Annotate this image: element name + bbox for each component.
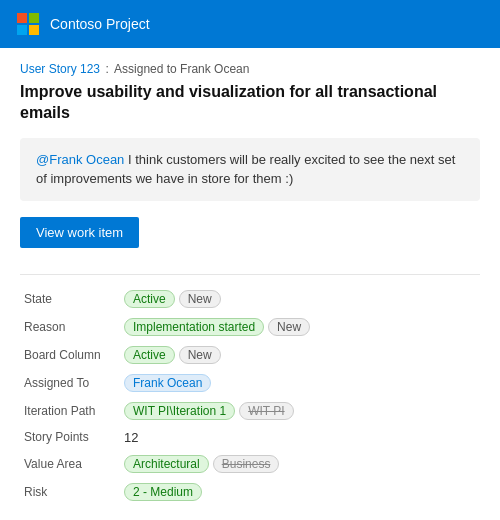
table-row: Board ColumnActiveNew xyxy=(20,341,480,369)
breadcrumb-assigned: Assigned to Frank Ocean xyxy=(114,62,249,76)
divider xyxy=(20,274,480,275)
table-row: ReasonImplementation startedNew xyxy=(20,313,480,341)
tag-badge: Frank Ocean xyxy=(124,374,211,392)
breadcrumb: User Story 123 : Assigned to Frank Ocean xyxy=(20,62,480,76)
field-label: Reason xyxy=(20,313,120,341)
tag-badge: 12 xyxy=(124,430,138,445)
tag-badge: Active xyxy=(124,290,175,308)
table-row: Value AreaArchitecturalBusiness xyxy=(20,450,480,478)
tag-badge: Architectural xyxy=(124,455,209,473)
story-link[interactable]: User Story 123 xyxy=(20,62,100,76)
svg-rect-2 xyxy=(17,25,27,35)
field-value: ActiveNew xyxy=(120,341,480,369)
table-row: Risk2 - Medium xyxy=(20,478,480,506)
ms-logo-icon xyxy=(16,12,40,36)
field-label: Value Area xyxy=(20,450,120,478)
field-label: State xyxy=(20,285,120,313)
tag-badge: WIT PI xyxy=(239,402,293,420)
table-row: StateActiveNew xyxy=(20,285,480,313)
fields-table: StateActiveNewReasonImplementation start… xyxy=(20,285,480,506)
field-value: Implementation startedNew xyxy=(120,313,480,341)
field-value: ArchitecturalBusiness xyxy=(120,450,480,478)
breadcrumb-sep: : xyxy=(102,62,112,76)
field-value: ActiveNew xyxy=(120,285,480,313)
tag-badge: Business xyxy=(213,455,280,473)
field-label: Risk xyxy=(20,478,120,506)
tag-badge: New xyxy=(179,346,221,364)
tag-badge: WIT PI\Iteration 1 xyxy=(124,402,235,420)
svg-rect-1 xyxy=(29,13,39,23)
mention-link[interactable]: @Frank Ocean xyxy=(36,152,124,167)
field-value: WIT PI\Iteration 1WIT PI xyxy=(120,397,480,425)
tag-badge: Implementation started xyxy=(124,318,264,336)
svg-rect-3 xyxy=(29,25,39,35)
field-label: Iteration Path xyxy=(20,397,120,425)
tag-badge: New xyxy=(179,290,221,308)
view-work-item-button[interactable]: View work item xyxy=(20,217,139,248)
comment-box: @Frank Ocean I think customers will be r… xyxy=(20,138,480,201)
tag-badge: 2 - Medium xyxy=(124,483,202,501)
tag-badge: Active xyxy=(124,346,175,364)
svg-rect-0 xyxy=(17,13,27,23)
story-title: Improve usability and visualization for … xyxy=(20,82,480,124)
field-value: 2 - Medium xyxy=(120,478,480,506)
field-value: 12 xyxy=(120,425,480,450)
field-value: Frank Ocean xyxy=(120,369,480,397)
field-label: Assigned To xyxy=(20,369,120,397)
app-header: Contoso Project xyxy=(0,0,500,48)
table-row: Assigned ToFrank Ocean xyxy=(20,369,480,397)
app-title: Contoso Project xyxy=(50,16,150,32)
table-row: Iteration PathWIT PI\Iteration 1WIT PI xyxy=(20,397,480,425)
field-label: Board Column xyxy=(20,341,120,369)
table-row: Story Points12 xyxy=(20,425,480,450)
tag-badge: New xyxy=(268,318,310,336)
content-area: User Story 123 : Assigned to Frank Ocean… xyxy=(0,48,500,516)
field-label: Story Points xyxy=(20,425,120,450)
